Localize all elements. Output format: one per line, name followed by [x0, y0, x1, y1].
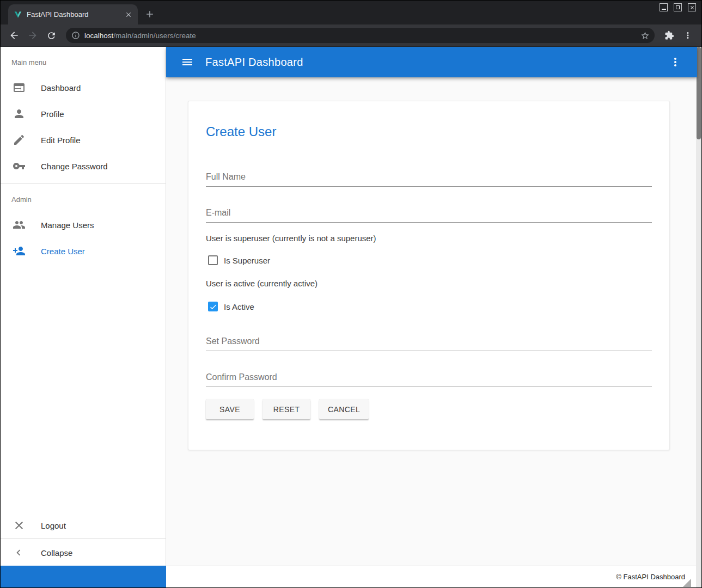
sidebar-item-change-password[interactable]: Change Password [1, 153, 166, 179]
sidebar-item-label: Create User [41, 247, 85, 256]
scroll-corner-grip [683, 579, 691, 587]
extensions-icon [664, 30, 674, 40]
sidebar-item-manage-users[interactable]: Manage Users [1, 212, 166, 238]
sidebar-section-admin: Admin [1, 184, 166, 212]
set-password-input[interactable] [206, 334, 652, 351]
person-icon [13, 107, 26, 120]
back-button[interactable] [6, 27, 22, 44]
active-status-note: User is active (currently active) [206, 279, 652, 288]
browser-tab-strip: FastAPI Dashboard [1, 1, 701, 24]
sidebar-item-create-user[interactable]: Create User [1, 238, 166, 264]
chevron-left-icon [13, 547, 26, 560]
window-controls [660, 3, 696, 11]
hamburger-menu-icon [181, 56, 194, 69]
browser-menu-button[interactable] [680, 27, 696, 44]
forward-arrow-icon [27, 30, 38, 41]
form-actions: SAVE RESET CANCEL [206, 399, 652, 419]
sidebar-section-main-menu: Main menu [1, 47, 166, 75]
vuetify-favicon-icon [14, 10, 22, 19]
sidebar-item-dashboard[interactable]: Dashboard [1, 75, 166, 101]
key-icon [13, 160, 26, 173]
sidebar-toggle-button[interactable] [181, 56, 194, 69]
footer: © FastAPI Dashboard [166, 566, 697, 587]
copyright-text: © FastAPI Dashboard [616, 573, 685, 581]
sidebar-item-logout[interactable]: Logout [1, 512, 166, 538]
is-active-row[interactable]: Is Active [206, 302, 652, 311]
extensions-button[interactable] [661, 27, 677, 44]
sidebar-item-profile[interactable]: Profile [1, 101, 166, 127]
tab-title: FastAPI Dashboard [27, 10, 119, 19]
minimize-icon [662, 9, 666, 10]
browser-toolbar: localhost/main/admin/users/create [1, 24, 701, 47]
logout-x-icon [13, 519, 26, 532]
maximize-icon [676, 5, 680, 9]
tab-close-icon[interactable] [124, 10, 133, 20]
confirm-password-input[interactable] [206, 370, 652, 387]
url-text: localhost/main/admin/users/create [84, 32, 637, 40]
sidebar-item-edit-profile[interactable]: Edit Profile [1, 127, 166, 153]
sidebar-item-label: Manage Users [41, 220, 94, 230]
url-path: /main/admin/users/create [113, 32, 196, 40]
app-bar-menu-button[interactable] [669, 56, 682, 69]
back-arrow-icon [9, 30, 20, 41]
window-maximize-button[interactable] [674, 3, 682, 11]
set-password-field-wrap [206, 334, 652, 351]
app-bar: FastAPI Dashboard [166, 47, 697, 77]
more-vert-icon [669, 56, 682, 69]
page-scrollbar[interactable] [696, 47, 701, 588]
window-close-button[interactable] [688, 3, 696, 11]
is-active-label: Is Active [224, 302, 254, 311]
reload-icon [46, 30, 57, 41]
person-add-icon [13, 244, 26, 258]
forward-button[interactable] [25, 27, 41, 44]
email-input[interactable] [206, 206, 652, 223]
url-host: localhost [84, 32, 113, 40]
reset-button[interactable]: RESET [263, 399, 310, 419]
sidebar-item-label: Change Password [41, 162, 108, 171]
full-name-field-wrap [206, 170, 652, 187]
page-title: Create User [206, 124, 652, 139]
full-name-input[interactable] [206, 170, 652, 187]
confirm-password-field-wrap [206, 370, 652, 387]
create-user-card: Create User User is superuser (currently… [188, 101, 670, 450]
close-icon [689, 5, 695, 10]
is-active-checkbox[interactable] [208, 302, 218, 311]
sidebar-item-label: Profile [41, 109, 64, 119]
sidebar-item-label: Collapse [41, 548, 72, 558]
superuser-status-note: User is superuser (currently is not a su… [206, 234, 652, 243]
bookmark-star-icon[interactable] [637, 28, 652, 43]
check-icon [209, 303, 217, 311]
scrollbar-thumb[interactable] [697, 47, 701, 139]
pencil-icon [13, 133, 26, 146]
new-tab-button[interactable] [143, 8, 156, 21]
app-bar-title: FastAPI Dashboard [205, 56, 669, 69]
group-icon [13, 218, 26, 231]
sidebar-bottom: Logout Collapse [1, 512, 166, 567]
is-superuser-checkbox[interactable] [208, 255, 218, 265]
is-superuser-label: Is Superuser [224, 256, 270, 265]
sidebar-item-label: Dashboard [41, 83, 81, 93]
sidebar-collapse-button[interactable]: Collapse [1, 538, 166, 567]
site-info-icon[interactable] [71, 31, 80, 40]
sidebar: Main menu Dashboard Profile Edit Profile… [1, 47, 166, 567]
main-content: FastAPI Dashboard Create User User is su… [166, 47, 697, 567]
window-minimize-button[interactable] [660, 3, 668, 11]
browser-tab[interactable]: FastAPI Dashboard [8, 4, 138, 24]
cancel-button[interactable]: CANCEL [319, 399, 369, 419]
sidebar-item-label: Logout [41, 521, 66, 530]
dashboard-icon [13, 81, 26, 94]
is-superuser-row[interactable]: Is Superuser [206, 255, 652, 265]
more-vert-icon [683, 30, 693, 40]
email-field-wrap [206, 206, 652, 223]
url-bar[interactable]: localhost/main/admin/users/create [66, 28, 655, 43]
save-button[interactable]: SAVE [206, 399, 254, 419]
sidebar-item-label: Edit Profile [41, 136, 81, 145]
reload-button[interactable] [43, 27, 59, 44]
footer-accent-block [1, 566, 166, 587]
